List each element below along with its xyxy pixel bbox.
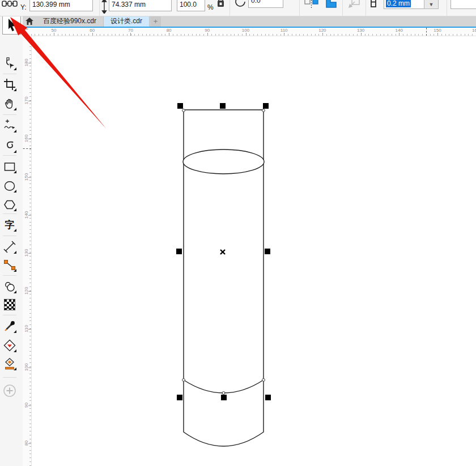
smart-fill-tool[interactable]	[2, 356, 18, 371]
tab-label: 设计类.cdr	[110, 16, 142, 26]
object-height-input[interactable]	[109, 0, 172, 11]
ruler-tick	[334, 34, 334, 36]
mirror-horizontal-icon[interactable]	[304, 0, 319, 8]
vertical-size-icon	[101, 0, 108, 14]
ruler-tick	[303, 34, 304, 36]
mouse-position-marker-h	[426, 28, 427, 36]
ruler-tick	[196, 34, 197, 36]
ruler-tick	[29, 332, 31, 332]
ruler-tick	[296, 34, 296, 36]
ruler-tick	[29, 435, 31, 435]
ruler-tick	[457, 34, 457, 36]
ruler-tick	[150, 34, 150, 36]
outline-width-combo[interactable]: 0.2 mm	[384, 0, 424, 9]
toolbox-separator	[3, 377, 16, 378]
shape-edit-icon	[3, 57, 16, 70]
ruler-tick	[65, 34, 66, 36]
ruler-tick	[472, 34, 473, 36]
dimension-tool[interactable]	[2, 239, 18, 255]
ruler-tick	[203, 34, 204, 36]
ruler-tick	[29, 256, 31, 256]
ruler-tick	[29, 199, 31, 199]
link-chain-icon[interactable]	[2, 1, 18, 8]
ruler-tick	[211, 34, 212, 36]
rotation-angle-input[interactable]	[248, 0, 283, 8]
ruler-tick	[115, 34, 116, 36]
ruler-tick	[346, 34, 346, 36]
ruler-tick-major	[28, 405, 31, 406]
drop-shadow-tool[interactable]	[2, 279, 18, 294]
interactive-fill-tool[interactable]	[2, 337, 18, 353]
lock-ratio-icon[interactable]	[216, 0, 226, 9]
ruler-tick	[29, 168, 31, 169]
right-edge-input[interactable]	[450, 0, 476, 9]
ruler-tick	[223, 34, 223, 36]
outline-width-dropdown[interactable]: ▼	[424, 0, 439, 9]
new-document-button[interactable]: +	[150, 16, 161, 27]
ruler-tick-major	[28, 443, 31, 444]
tab-document-1[interactable]: 百度经验990x.cdr	[36, 16, 104, 27]
ruler-tick	[29, 275, 31, 276]
h-ruler-label: 100	[242, 28, 249, 33]
text-tool[interactable]: 字	[2, 217, 18, 233]
ruler-tick	[29, 66, 31, 66]
ruler-tick	[29, 233, 31, 234]
pan-tool[interactable]	[2, 96, 18, 112]
rectangle-tool[interactable]	[2, 159, 18, 174]
scale-input[interactable]	[177, 0, 205, 11]
ruler-tick	[181, 34, 181, 36]
drawing-canvas[interactable]	[31, 36, 476, 466]
mirror-vertical-icon[interactable]	[324, 0, 338, 9]
ruler-tick	[29, 344, 31, 344]
y-position-input[interactable]	[29, 0, 93, 11]
ruler-tick	[380, 34, 381, 36]
ruler-tick	[29, 320, 31, 321]
connector-tool[interactable]	[2, 257, 18, 273]
ruler-tick	[29, 386, 31, 386]
ruler-tick	[307, 34, 308, 36]
ruler-tick	[158, 34, 158, 36]
ruler-tick	[29, 54, 31, 55]
add-tools-button[interactable]	[2, 383, 18, 399]
ruler-tick	[29, 249, 31, 249]
ruler-tick	[29, 374, 31, 374]
ruler-tick	[29, 134, 31, 135]
rotation-icon	[233, 0, 248, 9]
ruler-tick	[449, 34, 449, 36]
dimension-icon	[3, 241, 16, 253]
rectangle-icon	[3, 160, 16, 173]
welcome-home-button[interactable]	[23, 16, 36, 27]
fill-icon	[3, 339, 16, 352]
curve-tool[interactable]	[2, 138, 18, 154]
accent-line	[23, 27, 476, 28]
horizontal-ruler[interactable]: 5060708090100110120130140150160	[20, 28, 476, 36]
ruler-tick	[29, 229, 31, 230]
transparency-tool[interactable]	[2, 297, 18, 313]
ruler-tick	[29, 39, 31, 40]
ruler-tick	[81, 34, 82, 36]
ruler-tick-major	[28, 177, 31, 178]
h-ruler-label: 160	[472, 28, 476, 33]
ruler-tick-major	[28, 139, 31, 139]
pick-tool[interactable]	[2, 15, 21, 35]
ellipse-tool[interactable]	[2, 178, 18, 194]
ruler-tick	[461, 34, 461, 36]
color-eyedropper-tool[interactable]	[2, 318, 18, 334]
ruler-tick-major	[92, 33, 93, 36]
ruler-tick	[104, 34, 104, 36]
shape-tool[interactable]	[2, 55, 18, 71]
ruler-tick	[134, 34, 135, 36]
crop-tool[interactable]	[2, 76, 18, 92]
polygon-tool[interactable]	[2, 196, 18, 212]
smart-fill-icon	[3, 357, 16, 370]
curve-s-icon	[3, 140, 16, 152]
ruler-tick	[58, 34, 58, 36]
ruler-tick	[29, 183, 31, 184]
freehand-tool[interactable]	[2, 118, 18, 134]
tab-document-2-active[interactable]: 设计类.cdr	[104, 16, 150, 27]
ruler-tick-major	[28, 253, 31, 254]
ruler-tick	[29, 119, 31, 119]
ruler-tick	[29, 279, 31, 279]
home-icon	[26, 18, 33, 25]
ruler-tick	[29, 225, 31, 226]
